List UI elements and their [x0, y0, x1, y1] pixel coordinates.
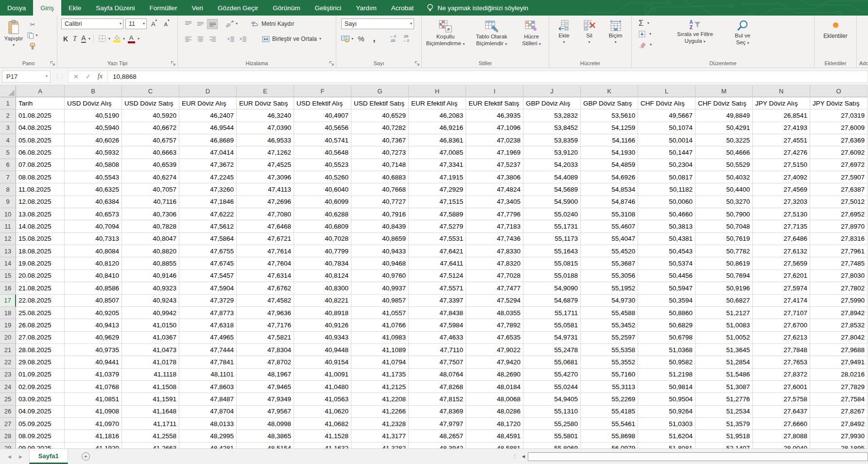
cell-C19[interactable]: 41,0150 — [122, 319, 179, 331]
cell-J24[interactable]: 55,0244 — [523, 381, 581, 393]
column-header-G[interactable]: G — [351, 86, 409, 97]
row-header-3[interactable]: 3 — [0, 122, 16, 134]
row-header-2[interactable]: 2 — [0, 109, 16, 122]
cell-M5[interactable]: 50,4666 — [695, 146, 753, 159]
column-header-A[interactable]: A — [16, 86, 65, 97]
column-header-E[interactable]: E — [237, 86, 294, 97]
cell-G2[interactable]: 40,6529 — [351, 109, 409, 122]
cell-I14[interactable]: 47,8320 — [466, 257, 523, 269]
cell-J15[interactable]: 55,0188 — [523, 270, 581, 282]
cell-O25[interactable]: 27,7584 — [810, 393, 868, 405]
cell-G18[interactable]: 41,0557 — [351, 307, 409, 319]
row-header-10[interactable]: 10 — [0, 208, 16, 220]
cell-G13[interactable]: 40,9433 — [351, 245, 409, 257]
cell-M15[interactable]: 50,7694 — [695, 270, 753, 282]
name-box-caret-icon[interactable]: ▾ — [46, 74, 48, 78]
cell-A11[interactable]: 14.08.2025 — [16, 220, 65, 232]
cell-L16[interactable]: 50,5947 — [638, 282, 695, 294]
cell-A20[interactable]: 27.08.2025 — [16, 332, 65, 344]
cell-L6[interactable]: 50,2304 — [638, 159, 695, 171]
cell-G29[interactable]: 41,3282 — [351, 443, 409, 448]
cell-K24[interactable]: 55,3113 — [581, 381, 638, 393]
cell-K17[interactable]: 54,9730 — [581, 295, 638, 307]
borders-button[interactable] — [97, 34, 107, 44]
cell-D24[interactable]: 47,8603 — [179, 381, 237, 393]
cell-A28[interactable]: 08.09.2025 — [16, 430, 65, 442]
cell-L8[interactable]: 50,1182 — [638, 183, 695, 196]
format-cells-button[interactable]: Biçim ▾ — [604, 18, 627, 58]
increase-decimal-button[interactable]: ←.0,00 — [387, 34, 398, 44]
cell-L15[interactable]: 50,4456 — [638, 270, 695, 282]
cell-M3[interactable]: 50,4291 — [695, 122, 753, 134]
sheet-nav-right-icon[interactable]: ▶ — [19, 454, 22, 459]
cell-K14[interactable]: 55,3687 — [581, 257, 638, 269]
cell-M1[interactable]: CHF Döviz Satış — [695, 97, 753, 109]
cell-B28[interactable]: 41,1816 — [65, 430, 122, 442]
cell-I2[interactable]: 46,3935 — [466, 109, 523, 122]
cell-J28[interactable]: 55,5801 — [523, 430, 581, 442]
cell-A17[interactable]: 22.08.2025 — [16, 295, 65, 307]
cell-M28[interactable]: 51,9518 — [695, 430, 753, 442]
name-box[interactable]: P17 ▾ — [2, 71, 51, 83]
cell-G6[interactable]: 40,7148 — [351, 159, 409, 171]
cell-H21[interactable]: 47,7110 — [409, 344, 466, 356]
cell-M29[interactable]: 52,1407 — [695, 443, 753, 448]
cell-A18[interactable]: 25.08.2025 — [16, 307, 65, 319]
cell-A2[interactable]: 01.08.2025 — [16, 109, 65, 122]
cell-B12[interactable]: 40,7313 — [65, 233, 122, 245]
column-header-D[interactable]: D — [179, 86, 237, 97]
cell-G3[interactable]: 40,7282 — [351, 122, 409, 134]
cell-E14[interactable]: 47,7604 — [237, 257, 294, 269]
cell-L13[interactable]: 50,4543 — [638, 245, 695, 257]
cell-F26[interactable]: 41,0620 — [294, 406, 351, 418]
cell-D27[interactable]: 48,0133 — [179, 418, 237, 430]
cell-N1[interactable]: JPY Döviz Alış — [753, 97, 810, 109]
cell-H4[interactable]: 46,8361 — [409, 134, 466, 146]
cell-E6[interactable]: 47,4525 — [237, 159, 294, 171]
cell-A14[interactable]: 19.08.2025 — [16, 257, 65, 269]
cell-L9[interactable]: 50,0060 — [638, 196, 695, 208]
cell-L14[interactable]: 50,5374 — [638, 257, 695, 269]
cell-F23[interactable]: 41,0091 — [294, 369, 351, 381]
cell-G28[interactable]: 41,3177 — [351, 430, 409, 442]
cell-K20[interactable]: 55,2597 — [581, 332, 638, 344]
cell-D1[interactable]: EUR Döviz Alış — [179, 97, 237, 109]
cell-O8[interactable]: 27,6387 — [810, 183, 868, 196]
cell-C12[interactable]: 40,8047 — [122, 233, 179, 245]
cell-G19[interactable]: 41,0766 — [351, 319, 409, 331]
cell-F5[interactable]: 40,5648 — [294, 146, 351, 159]
cell-L10[interactable]: 50,4660 — [638, 208, 695, 220]
cell-N2[interactable]: 26,8541 — [753, 109, 810, 122]
cell-J8[interactable]: 54,5689 — [523, 183, 581, 196]
cell-O28[interactable]: 27,9930 — [810, 430, 868, 442]
column-header-N[interactable]: N — [753, 86, 810, 97]
align-bottom-button[interactable] — [207, 19, 218, 29]
cell-I1[interactable]: EUR Efektif Satış — [466, 97, 523, 109]
row-header-5[interactable]: 5 — [0, 146, 16, 159]
cell-N16[interactable]: 27,5974 — [753, 282, 810, 294]
cell-J25[interactable]: 54,9405 — [523, 393, 581, 405]
cell-D18[interactable]: 47,8773 — [179, 307, 237, 319]
row-header-25[interactable]: 25 — [0, 393, 16, 405]
cell-C27[interactable]: 41,1711 — [122, 418, 179, 430]
cell-O15[interactable]: 27,8030 — [810, 270, 868, 282]
cell-L27[interactable]: 51,0303 — [638, 418, 695, 430]
cell-B21[interactable]: 40,9735 — [65, 344, 122, 356]
cell-E26[interactable]: 47,9567 — [237, 406, 294, 418]
cell-O26[interactable]: 27,8267 — [810, 406, 868, 418]
cell-B13[interactable]: 40,8084 — [65, 245, 122, 257]
cell-L1[interactable]: CHF Döviz Alış — [638, 97, 695, 109]
cell-K2[interactable]: 53,5610 — [581, 109, 638, 122]
cell-K22[interactable]: 55,3552 — [581, 356, 638, 368]
cell-G27[interactable]: 41,2328 — [351, 418, 409, 430]
cell-A23[interactable]: 01.09.2025 — [16, 369, 65, 381]
cell-G5[interactable]: 40,7273 — [351, 146, 409, 159]
cell-K3[interactable]: 54,1259 — [581, 122, 638, 134]
cell-N7[interactable]: 27,4092 — [753, 171, 810, 183]
select-all-corner[interactable] — [0, 86, 16, 97]
cell-O1[interactable]: JPY Döviz Satış — [810, 97, 868, 109]
cell-K16[interactable]: 55,1952 — [581, 282, 638, 294]
cell-H2[interactable]: 46,2083 — [409, 109, 466, 122]
cell-O11[interactable]: 27,8970 — [810, 220, 868, 232]
cell-B8[interactable]: 40,6325 — [65, 183, 122, 196]
